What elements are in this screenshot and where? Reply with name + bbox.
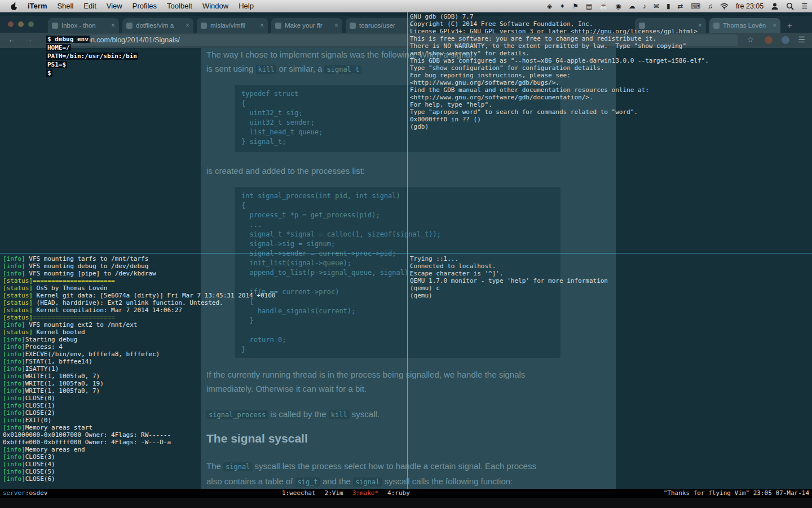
code-line: { bbox=[241, 201, 554, 211]
gdb-line: This is free software: you are free to c… bbox=[410, 35, 709, 42]
menubar-menu[interactable]: View bbox=[102, 0, 127, 12]
window-zoom-button[interactable] bbox=[28, 21, 34, 27]
kernel-log-pane[interactable]: [info] VFS mounting tarfs to /mnt/tarfs[… bbox=[3, 255, 275, 483]
tab-favicon-icon bbox=[52, 23, 58, 29]
log-line: [info]CLOSE(2) bbox=[3, 409, 275, 417]
menubar-menu[interactable]: iTerm bbox=[23, 0, 52, 12]
gdb-line: Copyright (C) 2014 Free Software Foundat… bbox=[410, 20, 709, 28]
shell-pane[interactable]: $ debug envHOME=/PATH=/bin:/usr/sbin:/bi… bbox=[46, 35, 138, 77]
browser-tab[interactable]: mislav/vimfil × bbox=[197, 18, 268, 33]
log-line: 0x01000000-0x01007000 Owner: 4Flags: RW-… bbox=[3, 431, 275, 439]
menubar-menu[interactable]: Window bbox=[197, 0, 233, 12]
browser-tab[interactable]: dotfiles/vim a × bbox=[122, 18, 193, 33]
controller-icon[interactable]: ◈ bbox=[547, 0, 552, 12]
blog-text: signal_t bbox=[324, 65, 361, 74]
qemu-line: (qemu) bbox=[410, 292, 608, 299]
extension-icon[interactable] bbox=[765, 36, 773, 44]
blog-text: signal bbox=[353, 478, 382, 487]
sync-icon[interactable]: ⇄ bbox=[678, 0, 683, 12]
browser-tab[interactable]: toaruos/user × bbox=[346, 18, 417, 33]
shell-line: PS1=$ bbox=[46, 60, 138, 69]
tab-close-icon[interactable]: × bbox=[334, 21, 338, 29]
log-line: [status] (HEAD, harddrive): Ext2 unlink … bbox=[3, 299, 275, 306]
code-line: } bbox=[241, 316, 554, 326]
volume-icon[interactable]: ♫ bbox=[708, 0, 713, 12]
tab-title: toaruos/user bbox=[359, 22, 405, 29]
log-line: [info] VFS mounting ext2 to /mnt/ext bbox=[3, 321, 275, 329]
display-icon[interactable]: ▤ bbox=[586, 0, 592, 12]
log-line: [info]Memory areas end bbox=[3, 446, 275, 453]
tab-close-icon[interactable]: × bbox=[773, 21, 776, 29]
log-line: [info]CLOSE(6) bbox=[3, 475, 275, 483]
menubar-clock[interactable]: fre 23:05 bbox=[736, 2, 764, 10]
tmux-session-value: osdev bbox=[29, 489, 47, 497]
dropbox-icon[interactable]: ✦ bbox=[559, 0, 565, 12]
shell-line: $ bbox=[46, 69, 138, 77]
window-close-button[interactable] bbox=[8, 21, 14, 27]
cloud-icon[interactable]: ☁ bbox=[629, 0, 636, 12]
spotlight-icon[interactable] bbox=[786, 2, 794, 10]
back-button[interactable]: ← bbox=[8, 35, 16, 44]
menubar-menu[interactable]: Profiles bbox=[127, 0, 162, 12]
record-icon[interactable]: ◉ bbox=[615, 0, 621, 12]
gdb-line: 0x0000fff0 in ?? () bbox=[410, 116, 709, 123]
tmux-status-bar: server:osdev 1:weechat2:Vim3:make*4:ruby… bbox=[0, 489, 812, 498]
qemu-line: Connected to localhost. bbox=[410, 262, 608, 270]
user-icon[interactable] bbox=[771, 2, 779, 10]
qemu-line: QEMU 1.7.0 monitor - type 'help' for mor… bbox=[410, 277, 608, 284]
window-minimize-button[interactable] bbox=[18, 21, 24, 27]
log-line: [info]Starting debug bbox=[3, 336, 275, 343]
battery-icon[interactable]: ▮ bbox=[667, 0, 670, 12]
tab-close-icon[interactable]: × bbox=[260, 21, 264, 29]
code-line: signal_t *signal = calloc(1, sizeof(sign… bbox=[241, 230, 554, 239]
pane-divider-vertical[interactable] bbox=[407, 12, 408, 489]
browser-tab[interactable]: Make your fir × bbox=[271, 18, 342, 33]
music-icon[interactable]: ♪ bbox=[643, 0, 646, 12]
browser-menu-icon[interactable]: ☰ bbox=[798, 35, 805, 44]
tab-title: dotfiles/vim a bbox=[136, 22, 182, 29]
gdb-line: (gdb) bbox=[410, 123, 709, 130]
extension-icon[interactable] bbox=[782, 36, 789, 44]
mail-icon[interactable]: ✉ bbox=[654, 0, 659, 12]
blog-text: sig_t bbox=[295, 478, 320, 487]
browser-tab[interactable]: Inbox - thon × bbox=[48, 18, 119, 33]
notification-center-icon[interactable]: ☰ bbox=[801, 0, 807, 12]
blog-text: and the bbox=[320, 476, 353, 486]
code-line: int signal_process(int pid, int signal) bbox=[241, 191, 554, 201]
keyboard-icon[interactable]: ⌨ bbox=[691, 0, 700, 12]
tab-favicon-icon bbox=[713, 23, 720, 29]
cup-icon[interactable]: ☕ bbox=[599, 0, 608, 12]
tab-title: Make your fir bbox=[285, 22, 331, 29]
new-tab-button[interactable]: + bbox=[787, 20, 792, 30]
tmux-window-item: 2:Vim bbox=[325, 489, 343, 498]
blog-text: is created and added to the processes li… bbox=[206, 166, 365, 176]
bottom-strip bbox=[0, 498, 812, 508]
blog-paragraph: is sent using kill or similar, a signal_… bbox=[206, 64, 361, 73]
tab-title: Thomas Lovén bbox=[723, 22, 769, 29]
menubar-menu[interactable]: Shell bbox=[52, 0, 78, 12]
log-line: [info] VFS mounting tarfs to /mnt/tarfs bbox=[3, 255, 275, 262]
bookmark-star-icon[interactable]: ☆ bbox=[747, 35, 754, 44]
apple-menu-icon[interactable] bbox=[6, 2, 23, 11]
tab-close-icon[interactable]: × bbox=[111, 21, 115, 29]
tmux-clock: "Thanks for flying Vim" 23:05 07-Mar-14 bbox=[664, 489, 809, 498]
wifi-icon[interactable] bbox=[720, 3, 729, 10]
blog-text: syscall calls the following function: bbox=[382, 476, 513, 486]
tmux-window-item: 3:make* bbox=[352, 489, 378, 498]
menubar-menu[interactable]: Help bbox=[233, 0, 259, 12]
browser-tab[interactable]: Thomas Lovén × bbox=[709, 18, 780, 33]
forward-button[interactable]: → bbox=[25, 35, 33, 44]
tab-favicon-icon bbox=[201, 23, 207, 29]
screen: iTermShellEditViewProfilesToolbeltWindow… bbox=[0, 0, 812, 508]
qemu-monitor-pane[interactable]: Trying ::1...Connected to localhost.Esca… bbox=[410, 255, 608, 299]
gdb-line: For help, type "help". bbox=[410, 101, 709, 108]
desktop: Inbox - thon × dotfiles/vim a × mislav/v… bbox=[0, 12, 812, 489]
tab-close-icon[interactable]: × bbox=[186, 21, 189, 29]
menubar-menu[interactable]: Toolbelt bbox=[162, 0, 197, 12]
pane-divider-horizontal[interactable] bbox=[0, 253, 812, 253]
tab-favicon-icon bbox=[275, 23, 281, 29]
blog-text: syscall lets the process select how to h… bbox=[252, 461, 536, 471]
flag-icon[interactable]: ⚑ bbox=[572, 0, 579, 12]
menubar-menu[interactable]: Edit bbox=[78, 0, 101, 12]
gdb-pane[interactable]: GNU gdb (GDB) 7.7Copyright (C) 2014 Free… bbox=[410, 13, 709, 130]
